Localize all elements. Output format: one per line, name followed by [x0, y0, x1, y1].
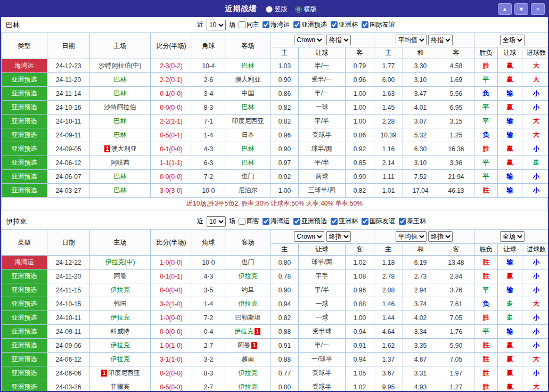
away-team-link[interactable]: 巴林: [225, 101, 271, 115]
average-select[interactable]: 平均值: [396, 35, 427, 45]
away-team-link[interactable]: 巴勒斯坦: [225, 311, 271, 325]
match-count-select[interactable]: 10: [207, 20, 226, 30]
odds-stage-select[interactable]: 终指: [326, 35, 351, 45]
home-team-link[interactable]: 巴林: [90, 170, 151, 184]
league-filter-checkbox-input[interactable]: [263, 218, 269, 225]
away-team-link[interactable]: 中国: [225, 87, 271, 101]
league-filter-checkbox-input[interactable]: [331, 218, 338, 225]
league-filter-checkbox[interactable]: 亚洲预选: [293, 217, 327, 226]
result-flag: 平: [474, 283, 498, 297]
away-team-link[interactable]: 巴林: [225, 156, 271, 170]
close-button[interactable]: ×: [531, 3, 545, 15]
league-filter-checkbox[interactable]: 海湾运: [263, 217, 290, 226]
corner-count: 7-2: [192, 170, 225, 184]
avg-home-odds: 3.67: [374, 366, 403, 380]
avg-home-odds: 1.63: [374, 87, 403, 101]
league-filter-checkbox[interactable]: 海湾运: [263, 20, 290, 29]
league-filter-checkbox[interactable]: 国际友谊: [362, 20, 395, 29]
league-filter-checkbox[interactable]: 亚洲杯: [331, 217, 358, 226]
same-venue-checkbox-input[interactable]: [239, 218, 245, 225]
home-team-link[interactable]: 伊拉克: [90, 339, 151, 353]
home-team-link[interactable]: 菲律宾: [90, 380, 151, 392]
avg-home-odds: 9.95: [374, 380, 403, 392]
same-venue-checkbox[interactable]: 同客: [239, 217, 259, 226]
period-select[interactable]: 全场: [500, 35, 525, 45]
result-flag: 胜: [474, 256, 498, 270]
away-team-link[interactable]: 阿曼1: [225, 339, 271, 353]
home-team-link[interactable]: 伊拉克(中): [90, 256, 151, 270]
league-filter-checkbox-input[interactable]: [263, 21, 269, 28]
home-team-link[interactable]: 韩国: [90, 297, 151, 311]
odds-stage-select-2[interactable]: 终指: [428, 35, 453, 45]
league-filter-checkbox[interactable]: 国际友谊: [362, 217, 395, 226]
away-team-link[interactable]: 约旦: [225, 283, 271, 297]
away-team-link[interactable]: 伊拉克: [225, 380, 271, 392]
match-score: 0-0(0-0): [151, 325, 192, 339]
mode-horizontal-radio-input[interactable]: [295, 6, 302, 13]
away-team-link[interactable]: 澳大利亚: [225, 73, 271, 87]
home-team-link[interactable]: 巴林: [90, 73, 151, 87]
move-down-button[interactable]: ▼: [514, 3, 528, 15]
avg-draw-odds: 6.19: [403, 256, 438, 270]
league-filter-checkbox[interactable]: 亚洲杯: [331, 20, 358, 29]
home-team-link[interactable]: 阿曼: [90, 270, 151, 283]
away-team-link[interactable]: 伊拉克: [225, 270, 271, 283]
mode-vertical-radio[interactable]: 竖版: [266, 5, 288, 14]
league-filter-checkbox[interactable]: 亚洲预选: [293, 20, 327, 29]
corner-count: 2-7: [192, 339, 225, 353]
match-date: 24-12-22: [47, 256, 90, 270]
away-team-link[interactable]: 印度尼西亚: [225, 115, 271, 128]
league-filter-checkbox-input[interactable]: [362, 218, 368, 225]
away-team-link[interactable]: 越南: [225, 353, 271, 366]
crow-home-odds: 0.82: [271, 115, 299, 128]
bookmaker-select[interactable]: Crown: [294, 35, 324, 45]
home-team-link[interactable]: 科威特: [90, 325, 151, 339]
odds-stage-select[interactable]: 终指: [326, 231, 351, 242]
league-filter-checkbox-input[interactable]: [293, 21, 300, 28]
away-team-link[interactable]: 尼泊尔: [225, 184, 271, 198]
bookmaker-select[interactable]: Crown: [294, 231, 324, 242]
league-filter-checkbox-input[interactable]: [331, 21, 338, 28]
home-team-link[interactable]: 巴林: [90, 87, 151, 101]
league-filter-checkbox[interactable]: 泰王杯: [399, 217, 426, 226]
league-filter-checkbox-input[interactable]: [399, 218, 406, 225]
match-count-select[interactable]: 10: [207, 216, 226, 227]
home-team-link[interactable]: 巴林: [90, 128, 151, 142]
move-up-button[interactable]: ▲: [498, 3, 512, 15]
away-team-link[interactable]: 伊拉克1: [225, 325, 271, 339]
average-select[interactable]: 平均值: [396, 231, 427, 242]
away-team-link[interactable]: 也门: [225, 256, 271, 270]
home-team-link[interactable]: 伊拉克: [90, 353, 151, 366]
away-team-link[interactable]: 伊拉克: [225, 366, 271, 380]
crow-handicap-line: 半/一: [299, 87, 346, 101]
match-date: 24-10-15: [47, 297, 90, 311]
period-select[interactable]: 全场: [500, 231, 525, 242]
away-team-link[interactable]: 也门: [225, 170, 271, 184]
crow-away-odds: 0.88: [346, 297, 374, 311]
league-filter-checkbox-input[interactable]: [293, 218, 300, 225]
match-date: 24-11-15: [47, 283, 90, 297]
home-team-link[interactable]: 1印度尼西亚: [90, 366, 151, 380]
home-team-link[interactable]: 沙特阿拉伯(中): [90, 59, 151, 73]
avg-home-odds: 10.39: [374, 128, 403, 142]
home-team-link[interactable]: 巴林: [90, 184, 151, 198]
home-team-link[interactable]: 伊拉克: [90, 311, 151, 325]
crow-handicap-line: 受半球: [299, 325, 346, 339]
crow-away-odds: 0.90: [346, 170, 374, 184]
home-team-link[interactable]: 1澳大利亚: [90, 142, 151, 156]
away-team-link[interactable]: 日本: [225, 128, 271, 142]
away-team-link[interactable]: 巴林: [225, 142, 271, 156]
match-date: 24-09-11: [47, 128, 90, 142]
odds-stage-select-2[interactable]: 终指: [428, 231, 453, 242]
mode-horizontal-radio[interactable]: 横版: [295, 5, 317, 14]
away-team-link[interactable]: 巴林: [225, 59, 271, 73]
home-team-link[interactable]: 沙特阿拉伯: [90, 101, 151, 115]
same-venue-checkbox[interactable]: 同主: [239, 20, 259, 29]
home-team-link[interactable]: 巴林: [90, 115, 151, 128]
home-team-link[interactable]: 阿联酋: [90, 156, 151, 170]
league-filter-checkbox-input[interactable]: [362, 21, 368, 28]
away-team-link[interactable]: 伊拉克: [225, 297, 271, 311]
home-team-link[interactable]: 伊拉克: [90, 283, 151, 297]
same-venue-checkbox-input[interactable]: [239, 21, 245, 28]
mode-vertical-radio-input[interactable]: [266, 6, 273, 13]
